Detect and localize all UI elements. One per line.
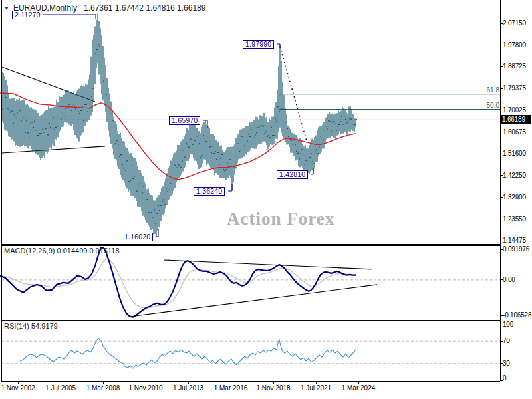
rsi-axis-tick: 100	[503, 321, 532, 328]
macd-line	[0, 247, 356, 317]
price-axis-tick: 2.07150	[503, 19, 532, 27]
price-annotation[interactable]: 2.11270	[12, 11, 43, 19]
price-axis-tick: 1.88725	[503, 63, 532, 70]
price-axis-tick: 1.79375	[503, 84, 532, 92]
macd-axis-tick: 0.00	[503, 276, 532, 283]
rsi-value: 54.9179	[31, 322, 58, 330]
time-axis-label: 1 Jul 2021	[292, 384, 340, 392]
price-axis-tick: 1.51600	[503, 150, 532, 157]
price-axis-tick: 1.42250	[503, 172, 532, 179]
price-axis-tick: 1.32900	[503, 194, 532, 201]
current-price-badge: 1.66189	[501, 115, 531, 124]
rsi-label: RSI(14)	[4, 322, 29, 330]
time-axis-label: 1 Jul 2005	[37, 384, 84, 392]
macd-value-main: 0.014499	[57, 247, 87, 255]
time-axis-label: 1 Mar 2016	[207, 384, 255, 392]
time-axis-label: 1 Nov 2002	[0, 384, 42, 392]
rsi-axis-tick: 70	[503, 337, 532, 344]
chart-canvas[interactable]	[0, 0, 532, 399]
rsi-axis-tick: 30	[503, 360, 532, 367]
time-axis-label: 1 Mar 2008	[79, 384, 127, 392]
rsi-axis-tick: 0	[503, 374, 532, 382]
time-axis-label: 1 Jul 2013	[164, 384, 212, 392]
time-axis-label: 1 Nov 2010	[122, 384, 170, 392]
rsi-header: RSI(14) 54.9179	[4, 322, 58, 330]
time-axis-label: 1 Nov 2018	[249, 384, 297, 392]
macd-axis-tick: -0.106528	[503, 311, 532, 319]
price-axis-tick: 1.14475	[503, 237, 532, 244]
price-axis-tick: 1.97800	[503, 41, 532, 49]
dropdown-icon[interactable]: ▼	[4, 5, 9, 11]
macd-header: MACD(12,26,9) 0.014499 0.015118	[4, 247, 120, 255]
price-axis-tick: 1.23550	[503, 215, 532, 223]
time-axis-label: 1 Mar 2024	[334, 384, 382, 392]
watermark: Action Forex	[227, 209, 334, 229]
price-annotation[interactable]: 1.36240	[194, 187, 225, 196]
price-annotation[interactable]: 1.16020	[122, 233, 153, 241]
ohlc-values: 1.67361 1.67442 1.64816 1.66189	[84, 3, 206, 13]
fib-50-0-label[interactable]: 50.0	[487, 102, 499, 109]
macd-value-signal: 0.015118	[89, 247, 119, 255]
macd-axis-tick: 0.091976	[503, 245, 532, 253]
fib-61-8-label[interactable]: 61.8	[487, 86, 499, 94]
price-annotation[interactable]: 1.65970	[169, 116, 200, 125]
price-bars	[2, 14, 357, 237]
price-axis-tick: 1.70025	[503, 106, 532, 114]
price-axis-tick: 1.60675	[503, 128, 532, 136]
macd-label: MACD(12,26,9)	[4, 247, 55, 255]
price-annotation[interactable]: 1.42810	[277, 170, 308, 179]
price-annotation[interactable]: 1.97990	[243, 40, 274, 49]
